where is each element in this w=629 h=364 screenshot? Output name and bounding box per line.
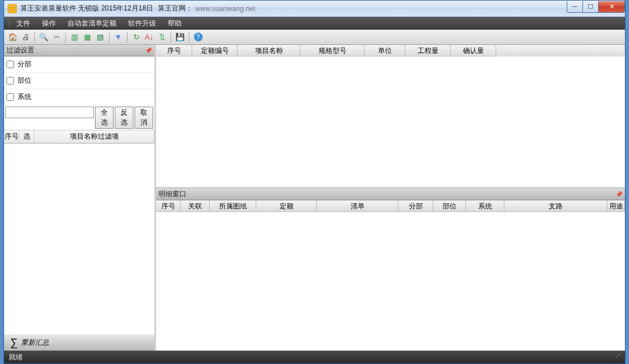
invert-select-button[interactable]: 反选 — [115, 107, 133, 129]
site-url: www.suanwang.net — [195, 5, 255, 13]
home-icon[interactable]: 🏠 — [8, 32, 18, 43]
menu-auto[interactable]: 自动套清单定额 — [62, 17, 122, 30]
toolbar: 🏠 🖨 🔍 ✂ ▥ ▦ ▧ ▼ ↻ A↓ ⇅ 💾 ? — [4, 30, 625, 45]
check-buwei[interactable]: 部位 — [4, 73, 154, 89]
ucol-qty[interactable]: 工程量 — [405, 45, 451, 56]
fcol-sel[interactable]: 选 — [19, 130, 34, 143]
checkbox-fenbu[interactable] — [6, 61, 14, 68]
label-buwei: 部位 — [17, 76, 31, 86]
dcol-list[interactable]: 清单 — [317, 200, 398, 212]
ucol-seq[interactable]: 序号 — [156, 45, 192, 56]
label-xitong: 系统 — [17, 92, 31, 102]
refresh-icon[interactable]: ↻ — [131, 32, 142, 43]
upper-grid-body[interactable] — [156, 56, 625, 187]
menu-operate[interactable]: 操作 — [36, 17, 62, 30]
detail-title: 明细窗口 — [158, 189, 186, 199]
fcol-seq[interactable]: 序号 — [4, 130, 19, 143]
fcol-name[interactable]: 项目名称过滤项 — [34, 130, 154, 143]
label-fenbu: 分部 — [17, 59, 31, 69]
filter-list-body — [4, 144, 154, 334]
ucol-unit[interactable]: 单位 — [365, 45, 405, 56]
help-icon[interactable]: ? — [193, 32, 203, 43]
resize-grip[interactable]: ⋰ — [613, 353, 620, 361]
menu-file[interactable]: 文件 — [10, 17, 36, 30]
sort-icon[interactable]: A↓ — [144, 32, 154, 43]
app-title: 算王安装算量软件 无锁版 2015年12月18日 — [20, 3, 153, 13]
menubar: 文件 操作 自动套清单定额 软件升级 帮助 — [4, 17, 625, 30]
sigma-icon: ∑ — [10, 337, 17, 349]
detail-panel-header: 明细窗口 📌 — [156, 189, 625, 200]
dcol-seq[interactable]: 序号 — [156, 200, 181, 212]
select-all-button[interactable]: 全选 — [95, 107, 114, 129]
dcol-xitong[interactable]: 系统 — [466, 200, 504, 212]
dcol-fenbu[interactable]: 分部 — [398, 200, 433, 212]
upper-grid: 序号 定额编号 项目名称 规格型号 单位 工程量 确认量 — [156, 45, 625, 189]
doc1-icon[interactable]: ▥ — [69, 32, 80, 43]
dcol-link[interactable]: 关联 — [181, 200, 210, 212]
doc2-icon[interactable]: ▦ — [82, 32, 93, 43]
maximize-button[interactable]: ☐ — [582, 1, 599, 13]
close-button[interactable]: ✕ — [598, 1, 625, 13]
detail-panel: 明细窗口 📌 序号 关联 所属图纸 定额 清单 分部 部位 系统 支路 用途 — [156, 189, 625, 351]
cancel-select-button[interactable]: 取消 — [135, 107, 153, 129]
filter-icon[interactable]: ▼ — [113, 32, 123, 43]
filter-input[interactable] — [5, 107, 94, 118]
filter-panel-header: 过滤设置 📌 — [4, 45, 154, 56]
detail-pin-icon[interactable]: 📌 — [616, 191, 623, 197]
menu-upgrade[interactable]: 软件升级 — [122, 17, 162, 30]
dcol-buwei[interactable]: 部位 — [433, 200, 466, 212]
statusbar: 就绪 ⋰ — [4, 351, 625, 363]
dcol-usage[interactable]: 用途 — [607, 200, 625, 212]
pin-icon[interactable]: 📌 — [145, 47, 152, 54]
filter-columns: 序号 选 项目名称过滤项 — [4, 130, 154, 144]
resummary-button[interactable]: ∑ 重新汇总 — [4, 334, 154, 351]
left-panel: 过滤设置 📌 分部 部位 系统 全选 反选 取消 序号 — [4, 45, 156, 351]
status-text: 就绪 — [9, 352, 23, 362]
check-fenbu[interactable]: 分部 — [4, 56, 154, 73]
checkbox-buwei[interactable] — [6, 77, 14, 84]
ucol-quota-no[interactable]: 定额编号 — [192, 45, 238, 56]
excel-icon[interactable]: ▧ — [95, 32, 105, 43]
menu-help[interactable]: 帮助 — [162, 17, 188, 30]
detail-grid-header: 序号 关联 所属图纸 定额 清单 分部 部位 系统 支路 用途 — [156, 200, 625, 212]
app-icon: 😊 — [8, 4, 17, 13]
minimize-button[interactable]: ─ — [567, 1, 583, 13]
dcol-quota[interactable]: 定额 — [256, 200, 317, 212]
ucol-confirm[interactable]: 确认量 — [451, 45, 496, 56]
resummary-label: 重新汇总 — [21, 338, 49, 348]
filter-title: 过滤设置 — [6, 45, 34, 55]
search-icon[interactable]: 🔍 — [38, 32, 49, 43]
ucol-spec[interactable]: 规格型号 — [301, 45, 365, 56]
right-panel: 序号 定额编号 项目名称 规格型号 单位 工程量 确认量 明细窗口 📌 序号 关 — [156, 45, 625, 351]
check-xitong[interactable]: 系统 — [4, 89, 154, 105]
upper-grid-header: 序号 定额编号 项目名称 规格型号 单位 工程量 确认量 — [156, 45, 625, 56]
save-icon[interactable]: 💾 — [175, 32, 185, 43]
titlebar: 😊 算王安装算量软件 无锁版 2015年12月18日 算王官网： www.sua… — [4, 1, 625, 17]
tools-icon[interactable]: ✂ — [51, 32, 62, 43]
dcol-drawing[interactable]: 所属图纸 — [210, 200, 256, 212]
ucol-proj-name[interactable]: 项目名称 — [238, 45, 301, 56]
dcol-branch[interactable]: 支路 — [504, 200, 607, 212]
site-label: 算王官网： — [158, 3, 193, 13]
detail-grid-body[interactable] — [156, 212, 625, 351]
checkbox-xitong[interactable] — [6, 93, 14, 101]
updown-icon[interactable]: ⇅ — [157, 32, 167, 43]
print-icon[interactable]: 🖨 — [20, 32, 31, 43]
